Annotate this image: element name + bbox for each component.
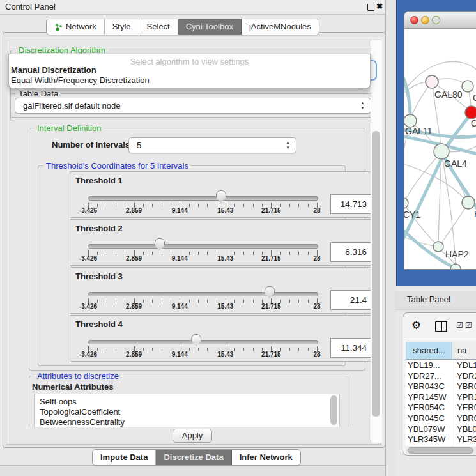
tick-mark bbox=[198, 252, 199, 255]
threshold-slider-thumb[interactable] bbox=[155, 238, 165, 250]
column-gridline bbox=[452, 445, 452, 446]
tick-label: 28 bbox=[303, 255, 331, 262]
column-header-name[interactable]: na bbox=[452, 342, 476, 360]
tick-label: 9.144 bbox=[165, 351, 194, 358]
threshold-value-field[interactable]: 11.344 bbox=[330, 338, 371, 358]
tick-mark bbox=[116, 252, 116, 255]
tick-label: -3.426 bbox=[74, 207, 102, 214]
tick-mark bbox=[107, 252, 107, 255]
threshold-slider-track[interactable] bbox=[88, 340, 318, 344]
hscrollbar-thumb[interactable] bbox=[408, 447, 473, 454]
menu-item-manual-discretization[interactable]: Manual Discretization bbox=[11, 65, 96, 75]
threshold-slider-track[interactable] bbox=[88, 244, 318, 249]
panel-divider[interactable] bbox=[385, 0, 397, 476]
tick-mark bbox=[116, 300, 116, 303]
list-item[interactable]: SelfLoops bbox=[40, 397, 77, 407]
table-cell-name[interactable]: YER0 bbox=[457, 402, 476, 413]
tick-mark bbox=[253, 348, 254, 351]
tick-mark bbox=[289, 300, 290, 303]
network-node[interactable] bbox=[433, 242, 443, 252]
threshold-slider-thumb[interactable] bbox=[216, 190, 226, 203]
threshold-slider-track[interactable] bbox=[88, 196, 318, 201]
cyni-scrollbar-thumb[interactable] bbox=[372, 131, 380, 417]
tick-mark bbox=[198, 204, 199, 207]
tab-jactivemnodules[interactable]: jActiveMNodules bbox=[242, 19, 319, 35]
network-window-titlebar[interactable] bbox=[404, 12, 476, 29]
stepper-arrows-icon[interactable]: ▲▼ bbox=[360, 100, 365, 111]
tab-discretize-data[interactable]: Discretize Data bbox=[156, 450, 231, 465]
network-node[interactable] bbox=[404, 198, 408, 208]
column-gridline bbox=[452, 434, 452, 445]
table-cell-name[interactable]: YBR0 bbox=[457, 413, 476, 424]
cyni-scroll-viewport: Discretization Algorithm Table Data galF… bbox=[6, 40, 380, 427]
network-node-label: GA bbox=[473, 93, 476, 103]
table-cell-name[interactable]: YBL0 bbox=[457, 424, 476, 434]
table-cell-name[interactable]: YDL1 bbox=[457, 360, 476, 371]
network-node[interactable] bbox=[465, 106, 476, 119]
checkbox-icon[interactable]: ☑ bbox=[456, 321, 463, 330]
apply-button[interactable]: Apply bbox=[173, 429, 212, 443]
tab-impute-data[interactable]: Impute Data bbox=[93, 450, 156, 465]
tick-mark bbox=[298, 204, 299, 207]
table-cell-shared[interactable]: YER054C bbox=[408, 402, 451, 413]
num-intervals-value: 5 bbox=[137, 138, 141, 153]
network-node[interactable] bbox=[426, 75, 438, 88]
close-icon[interactable]: ✖ bbox=[376, 2, 383, 11]
close-traffic-light[interactable] bbox=[410, 16, 418, 24]
table-cell-name[interactable]: YDR2 bbox=[457, 371, 476, 381]
table-cell-name[interactable]: YLR3 bbox=[457, 434, 476, 445]
threshold-slider-track[interactable] bbox=[88, 292, 318, 296]
float-window-icon[interactable] bbox=[367, 4, 374, 11]
network-node[interactable] bbox=[462, 196, 475, 209]
threshold-slider-thumb[interactable] bbox=[191, 334, 201, 346]
tab-infer-network[interactable]: Infer Network bbox=[232, 450, 300, 465]
stepper-arrows-icon[interactable]: ▲▼ bbox=[285, 140, 291, 150]
threshold-value-field[interactable]: 21.4 bbox=[330, 290, 371, 310]
table-cell-shared[interactable]: YLR345W bbox=[408, 434, 451, 445]
checkbox-icon[interactable]: ☑ bbox=[465, 321, 472, 330]
network-node[interactable] bbox=[404, 114, 417, 127]
tab-select[interactable]: Select bbox=[139, 19, 178, 35]
threshold-value-field[interactable]: 14.713 bbox=[330, 194, 371, 214]
tick-mark bbox=[152, 252, 153, 255]
threshold-label: Threshold 3 bbox=[75, 272, 123, 281]
threshold-value-field[interactable]: 6.316 bbox=[330, 242, 371, 262]
tab-style[interactable]: Style bbox=[105, 19, 139, 35]
network-node[interactable] bbox=[434, 144, 449, 159]
list-scrollbar-thumb[interactable] bbox=[330, 395, 337, 425]
table-data-combobox[interactable]: galFiltered.sif default node ▲▼ bbox=[15, 98, 371, 114]
table-cell-shared[interactable]: YIL053C bbox=[408, 445, 451, 446]
gear-icon[interactable]: ⚙ bbox=[411, 319, 421, 332]
table-cell-shared[interactable]: YDR27... bbox=[408, 371, 451, 381]
tick-label: 28 bbox=[303, 207, 331, 214]
table-cell-shared[interactable]: YBL079W bbox=[408, 424, 451, 434]
threshold-label: Threshold 2 bbox=[75, 224, 123, 233]
table-cell-shared[interactable]: YPR145W bbox=[408, 392, 451, 403]
table-cell-shared[interactable]: YDL19... bbox=[408, 360, 451, 371]
network-node[interactable] bbox=[462, 81, 473, 92]
network-edge[interactable] bbox=[404, 58, 410, 119]
tab-cyni-toolbox[interactable]: Cyni Toolbox bbox=[178, 19, 242, 35]
table-cell-name[interactable]: YIL0 bbox=[457, 445, 476, 446]
hscrollbar-track[interactable] bbox=[406, 447, 476, 454]
table-cell-shared[interactable]: YBR045C bbox=[408, 413, 451, 424]
table-cell-name[interactable]: YPR1 bbox=[457, 392, 476, 403]
num-intervals-combobox[interactable]: 5 ▲▼ bbox=[128, 137, 296, 153]
minimize-traffic-light[interactable] bbox=[421, 16, 429, 24]
network-node-label: HAP2 bbox=[445, 249, 469, 259]
threshold-slider-thumb[interactable] bbox=[265, 286, 275, 298]
network-node[interactable] bbox=[450, 264, 461, 269]
menu-item-equal-width-frequency[interactable]: Equal Width/Frequency Discretization bbox=[11, 75, 150, 85]
zoom-traffic-light[interactable] bbox=[432, 16, 440, 24]
table-cell-shared[interactable]: YBR043C bbox=[408, 381, 451, 392]
numerical-attributes-list[interactable]: SelfLoopsTopologicalCoefficientBetweenne… bbox=[34, 394, 340, 427]
column-gridline bbox=[452, 381, 452, 392]
tab-network[interactable]: Network bbox=[47, 19, 105, 35]
column-header-shared[interactable]: shared... bbox=[406, 342, 452, 360]
split-columns-icon[interactable] bbox=[435, 321, 447, 332]
list-item[interactable]: TopologicalCoefficient bbox=[40, 407, 120, 417]
tick-label: 15.43 bbox=[211, 303, 240, 310]
list-item[interactable]: BetweennessCentrality bbox=[40, 417, 125, 427]
table-cell-name[interactable]: YBR0 bbox=[457, 381, 476, 392]
network-canvas[interactable]: GAL80GACGAL11GAL4GCY1HHAP2 bbox=[404, 28, 476, 269]
